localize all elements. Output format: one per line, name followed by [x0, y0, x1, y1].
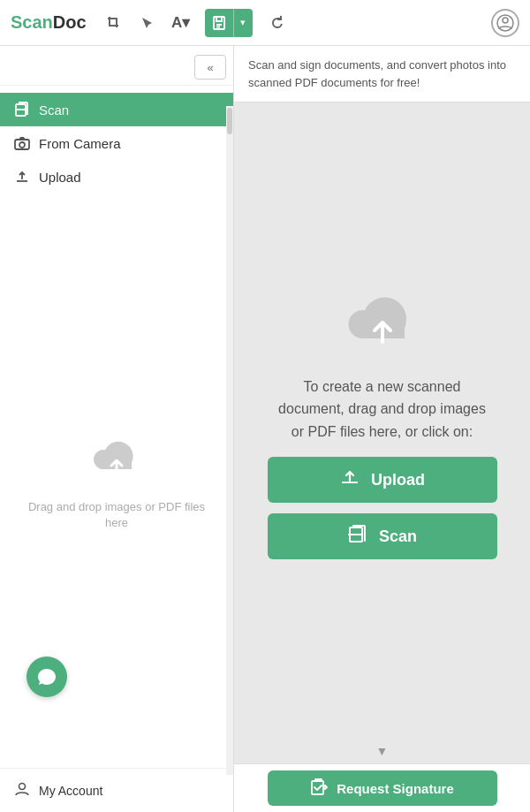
- sidebar-nav: Scan From Camera: [0, 86, 233, 201]
- toolbar: ScanDoc A▾ ▾: [0, 0, 530, 46]
- redo-icon[interactable]: [263, 10, 290, 36]
- scrollbar-thumb: [227, 108, 232, 134]
- user-avatar[interactable]: [491, 9, 519, 37]
- action-buttons: Upload Scan: [268, 457, 497, 559]
- collapse-button[interactable]: «: [194, 55, 226, 80]
- save-dropdown[interactable]: ▾: [233, 9, 253, 37]
- request-signature-button[interactable]: Request Signature: [268, 770, 497, 806]
- main-layout: « Scan: [0, 46, 530, 812]
- scroll-down-icon: ▼: [376, 744, 389, 758]
- content-area: Scan and sign documents, and convert pho…: [234, 46, 530, 812]
- upload-btn-label: Upload: [371, 471, 425, 489]
- upload-button[interactable]: Upload: [268, 457, 497, 503]
- my-account-label: My Account: [39, 784, 102, 798]
- camera-icon: [14, 135, 30, 151]
- banner-text: Scan and sign documents, and convert pho…: [248, 58, 506, 89]
- sidebar-dropzone-text: Drag and drop images or PDF files here: [18, 499, 216, 531]
- chat-bubble[interactable]: [26, 656, 67, 697]
- sidebar-scan-label: Scan: [39, 102, 69, 118]
- logo-scan: Scan: [11, 12, 53, 32]
- sidebar-camera-label: From Camera: [39, 136, 121, 151]
- crop-icon[interactable]: [101, 10, 127, 36]
- app-logo: ScanDoc: [11, 12, 87, 33]
- svg-point-9: [19, 783, 26, 789]
- svg-point-8: [19, 142, 25, 148]
- request-sig-bar: Request Signature: [234, 763, 530, 812]
- sidebar-item-camera[interactable]: From Camera: [0, 126, 233, 160]
- scan-btn-label: Scan: [379, 527, 417, 546]
- my-account-footer[interactable]: My Account: [0, 768, 233, 812]
- save-btn-group: ▾: [205, 9, 253, 37]
- svg-point-4: [503, 18, 508, 23]
- info-banner: Scan and sign documents, and convert pho…: [234, 46, 530, 102]
- account-icon: [14, 781, 30, 801]
- svg-rect-12: [312, 781, 323, 794]
- collapse-icon: «: [207, 61, 213, 74]
- request-sig-icon: [310, 778, 328, 799]
- sidebar-scrollbar: [226, 106, 233, 775]
- center-drop-area[interactable]: To create a new scanned document, drag a…: [234, 102, 530, 739]
- sidebar-item-scan[interactable]: Scan: [0, 93, 233, 126]
- cloud-upload-icon: [343, 291, 422, 361]
- sidebar-upload-label: Upload: [39, 170, 81, 185]
- upload-btn-icon: [339, 467, 360, 493]
- collapse-area: «: [0, 46, 233, 86]
- drop-instruction: To create a new scanned document, drag a…: [276, 376, 488, 444]
- scan-button[interactable]: Scan: [268, 513, 497, 559]
- font-icon[interactable]: A▾: [168, 10, 194, 36]
- upload-icon: [14, 169, 30, 185]
- scan-btn-icon: [347, 523, 368, 550]
- sidebar: « Scan: [0, 46, 234, 812]
- scan-icon: [14, 102, 30, 118]
- cursor-icon[interactable]: [134, 10, 161, 36]
- request-sig-label: Request Signature: [337, 781, 454, 796]
- sidebar-cloud-icon: [90, 437, 143, 490]
- save-button[interactable]: [205, 9, 233, 37]
- sidebar-item-upload[interactable]: Upload: [0, 160, 233, 194]
- logo-doc: Doc: [53, 12, 87, 32]
- content-scroll-bottom: ▼: [234, 739, 530, 763]
